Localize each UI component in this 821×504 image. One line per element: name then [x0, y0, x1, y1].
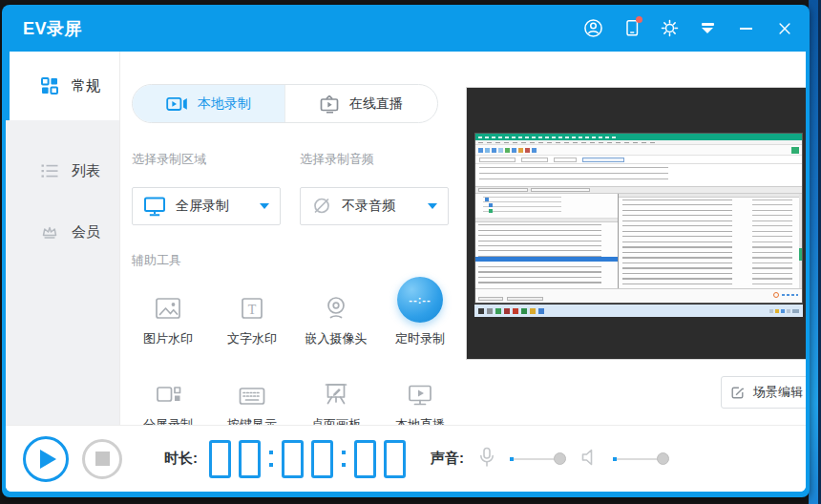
tab-label: 在线直播 — [349, 95, 403, 113]
preview-thumbnail — [466, 87, 806, 360]
record-area-label: 选择录制区域 — [132, 151, 206, 168]
app-title: EV录屏 — [23, 17, 82, 40]
tool-text-watermark[interactable]: T 文字水印 — [210, 269, 294, 347]
titlebar: EV录屏 — [2, 5, 810, 52]
device-icon[interactable] — [621, 18, 642, 38]
record-mode-tabs: 本地录制 在线直播 — [132, 84, 438, 123]
sidebar: 常规 列表 会员 — [6, 52, 120, 425]
svg-text:T: T — [248, 303, 257, 317]
tools-row-2: 分屏录制 按键显示 — [126, 355, 462, 433]
slider-knob[interactable] — [657, 452, 669, 465]
scene-edit-label: 场景编辑 — [753, 384, 803, 401]
speaker-icon — [579, 447, 600, 472]
sidebar-item-member[interactable]: 会员 — [6, 201, 119, 262]
content-area: 常规 列表 会员 — [6, 52, 806, 492]
crown-icon — [40, 222, 59, 242]
tab-online-live[interactable]: 在线直播 — [284, 85, 437, 122]
minimize-icon[interactable] — [736, 18, 756, 38]
stop-icon — [95, 452, 110, 466]
record-audio-value: 不录音频 — [342, 198, 395, 215]
chevron-down-icon — [428, 203, 437, 209]
mic-icon — [476, 446, 497, 472]
list-icon — [40, 161, 59, 180]
duration-label: 时长: — [164, 450, 198, 468]
stop-record-button[interactable] — [82, 439, 122, 479]
tools-row-1: 图片水印 T 文字水印 — [126, 269, 462, 347]
account-icon[interactable] — [583, 18, 603, 38]
webcam-icon — [322, 294, 350, 323]
sidebar-item-general[interactable]: 常规 — [6, 52, 119, 120]
settings-icon[interactable] — [660, 18, 680, 38]
tool-embed-camera[interactable]: 嵌入摄像头 — [294, 269, 378, 347]
sound-label: 声音: — [431, 450, 464, 468]
titlebar-controls — [583, 18, 794, 38]
close-icon[interactable] — [774, 18, 794, 38]
sidebar-item-label: 常规 — [72, 77, 100, 95]
easel-icon — [322, 380, 350, 409]
grid-icon — [40, 76, 59, 95]
monitor-icon — [143, 196, 166, 217]
sidebar-item-label: 列表 — [72, 162, 100, 180]
text-watermark-icon: T — [238, 296, 266, 323]
bottom-control-bar: 时长: 声音: — [6, 425, 806, 492]
tool-local-live[interactable]: 本地直播 — [378, 355, 462, 433]
slider-tick — [613, 457, 617, 461]
tools-section-label: 辅助工具 — [132, 252, 181, 269]
start-record-button[interactable] — [23, 436, 69, 482]
record-audio-dropdown[interactable]: 不录音频 — [300, 187, 449, 225]
tool-desktop-whiteboard[interactable]: 桌面画板 — [294, 355, 378, 433]
split-screen-icon — [154, 382, 182, 409]
timer-icon: --:-- — [397, 277, 443, 323]
scene-edit-icon — [729, 385, 746, 401]
skin-icon[interactable] — [698, 18, 718, 38]
chevron-down-icon — [260, 203, 269, 209]
slider-tick — [510, 457, 514, 461]
image-watermark-icon — [153, 296, 183, 323]
notification-badge — [636, 16, 642, 23]
monitor-play-icon — [406, 382, 434, 409]
desktop-wallpaper-strip — [809, 0, 821, 504]
sidebar-item-list[interactable]: 列表 — [6, 140, 119, 201]
record-area-dropdown[interactable]: 全屏录制 — [132, 187, 281, 225]
video-camera-icon — [166, 95, 188, 113]
tab-local-record[interactable]: 本地录制 — [133, 85, 284, 122]
scene-edit-button[interactable]: 场景编辑 — [721, 376, 806, 409]
play-icon — [40, 450, 56, 469]
preview-taskbar — [474, 304, 803, 317]
duration-display — [209, 440, 406, 478]
record-area-value: 全屏录制 — [176, 198, 229, 215]
tool-key-display[interactable]: 按键显示 — [210, 355, 294, 433]
sidebar-item-label: 会员 — [72, 223, 100, 242]
mic-volume-slider[interactable] — [510, 458, 563, 460]
tool-timed-record[interactable]: --:-- 定时录制 — [378, 269, 462, 347]
tab-label: 本地录制 — [198, 95, 251, 113]
active-indicator — [6, 52, 10, 120]
slider-knob[interactable] — [554, 452, 566, 465]
preview-captured-window — [474, 133, 803, 304]
record-audio-label: 选择录制音频 — [300, 151, 374, 168]
keyboard-icon — [237, 384, 267, 409]
tv-icon — [320, 94, 340, 114]
tool-image-watermark[interactable]: 图片水印 — [126, 269, 210, 347]
tool-split-screen-record[interactable]: 分屏录制 — [126, 355, 210, 433]
speaker-volume-slider[interactable] — [613, 458, 666, 460]
mic-off-icon — [311, 196, 332, 217]
app-window: EV录屏 — [2, 5, 810, 497]
